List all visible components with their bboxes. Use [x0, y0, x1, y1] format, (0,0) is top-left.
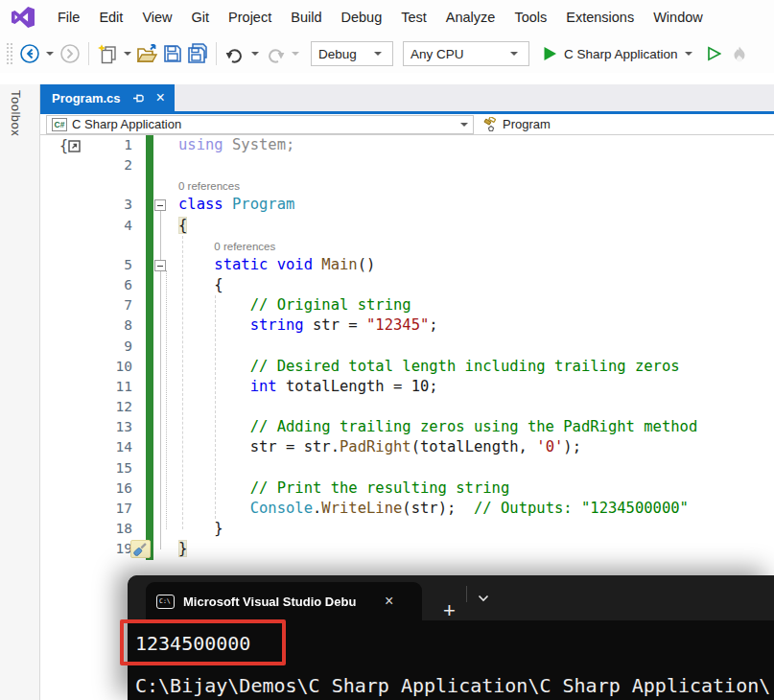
- navigate-forward-button[interactable]: [58, 40, 82, 67]
- code-text: static void Main(): [132, 255, 774, 275]
- menu-file[interactable]: File: [48, 0, 89, 35]
- back-dropdown-caret[interactable]: [46, 52, 54, 56]
- code-text: // Original string: [132, 295, 774, 315]
- line-number: 5: [40, 255, 132, 275]
- start-without-debugging-button[interactable]: [702, 40, 727, 67]
- solution-platform-dropdown[interactable]: Any CPU: [403, 41, 529, 66]
- platform-value: Any CPU: [410, 47, 464, 61]
- codelens-references-link[interactable]: 0 references: [178, 180, 240, 192]
- line-number: 18: [40, 519, 132, 539]
- menu-tools[interactable]: Tools: [504, 0, 556, 35]
- collapse-toggle-class[interactable]: [154, 199, 166, 211]
- line-number: 12: [40, 397, 132, 417]
- indent-guide-method: [215, 295, 216, 519]
- toolbox-tab[interactable]: Toolbox: [9, 90, 23, 136]
- line-number: 14: [40, 437, 132, 457]
- menu-edit[interactable]: Edit: [89, 0, 132, 35]
- codelens: 0 references: [132, 175, 774, 195]
- solution-configuration-dropdown[interactable]: Debug: [311, 41, 393, 66]
- line-number: 8: [40, 315, 132, 336]
- terminal-tab[interactable]: C:\ Microsoft Visual Studio Debu ×: [146, 582, 422, 620]
- line-number: 15: [40, 458, 132, 478]
- line-number: 7: [40, 295, 132, 315]
- undo-dropdown-caret[interactable]: [251, 52, 259, 56]
- line-number: 6: [40, 275, 132, 295]
- command-prompt-icon: C:\: [156, 595, 175, 609]
- close-tab-icon[interactable]: ×: [156, 90, 165, 105]
- navigate-back-button[interactable]: [17, 40, 42, 67]
- codelens-references-link[interactable]: 0 references: [214, 241, 275, 252]
- redo-button[interactable]: [263, 40, 288, 67]
- toolbar-separator: [216, 42, 217, 65]
- line-number: 3: [40, 195, 132, 215]
- save-all-button[interactable]: [185, 40, 210, 67]
- code-text: [132, 337, 774, 357]
- line-number: [40, 236, 132, 255]
- tab-program-cs[interactable]: Program.cs ×: [40, 84, 175, 111]
- code-text: class Program: [132, 195, 774, 215]
- redo-dropdown-caret[interactable]: [292, 52, 299, 56]
- code-text: // Print the resulting string: [132, 478, 774, 499]
- terminal-dropdown-button[interactable]: [478, 595, 489, 602]
- code-text: Console.WriteLine(str); // Outputs: "123…: [132, 499, 774, 519]
- menu-project[interactable]: Project: [219, 0, 281, 35]
- code-text: [132, 397, 774, 417]
- document-tab-title: Program.cs: [52, 91, 121, 105]
- line-number: [40, 175, 132, 195]
- line-number: 16: [40, 478, 132, 499]
- toolbar-grip[interactable]: [6, 42, 13, 65]
- menu-debug[interactable]: Debug: [331, 0, 391, 35]
- code-text: string str = "12345";: [132, 315, 774, 336]
- new-project-button[interactable]: [95, 40, 120, 67]
- menu-build[interactable]: Build: [281, 0, 331, 35]
- autohide-channel: Toolbox: [0, 84, 40, 700]
- class-icon: [483, 117, 499, 132]
- configuration-caret-icon: [374, 52, 382, 56]
- open-file-button[interactable]: [135, 40, 160, 67]
- chevron-down-icon: [478, 595, 489, 602]
- line-number: 4: [40, 216, 132, 236]
- undo-arrow-icon: [224, 43, 246, 64]
- code-text: // Desired total length including traili…: [132, 357, 774, 377]
- code-context-icon[interactable]: {: [59, 137, 81, 154]
- line-number: 10: [40, 357, 132, 377]
- project-dropdown[interactable]: C# C Sharp Application: [46, 115, 474, 134]
- line-number: 1: [40, 135, 132, 155]
- code-text: }: [132, 519, 774, 539]
- new-project-icon: [97, 43, 119, 65]
- redo-arrow-icon: [265, 43, 286, 64]
- line-number: 19: [40, 539, 132, 559]
- undo-button[interactable]: [223, 40, 247, 67]
- quick-actions-button[interactable]: [130, 540, 151, 558]
- start-debugging-button[interactable]: C Sharp Application: [543, 46, 696, 61]
- code-text: int totalLength = 10;: [132, 377, 774, 397]
- terminal-tab-bar: C:\ Microsoft Visual Studio Debu × +: [128, 575, 774, 620]
- terminal-tabbar-divider: [466, 586, 467, 602]
- code-text: {: [132, 275, 774, 295]
- hot-reload-button[interactable]: [727, 40, 752, 67]
- code-text: }: [132, 539, 774, 559]
- screwdriver-icon: [133, 542, 148, 556]
- save-button[interactable]: [160, 40, 185, 67]
- menu-bar: File Edit View Git Project Build Debug T…: [0, 0, 774, 35]
- menu-git[interactable]: Git: [182, 0, 220, 35]
- visual-studio-logo-icon: [12, 6, 35, 29]
- menu-test[interactable]: Test: [391, 0, 436, 35]
- new-terminal-tab-button[interactable]: +: [443, 601, 456, 620]
- back-arrow-icon: [19, 43, 40, 64]
- new-project-dropdown-caret[interactable]: [124, 52, 131, 56]
- menu-window[interactable]: Window: [644, 0, 713, 35]
- play-outline-icon: [707, 46, 721, 61]
- member-dropdown[interactable]: Program: [483, 117, 551, 132]
- menu-analyze[interactable]: Analyze: [436, 0, 505, 35]
- menu-view[interactable]: View: [132, 0, 181, 35]
- terminal-tab-close-icon[interactable]: ×: [385, 594, 393, 609]
- pin-icon[interactable]: [132, 92, 145, 105]
- toolbar-spacer: [0, 73, 774, 84]
- platform-caret-icon: [510, 52, 518, 56]
- collapse-toggle-method[interactable]: [154, 260, 166, 271]
- code-text: [132, 458, 774, 478]
- menu-extensions[interactable]: Extensions: [556, 0, 644, 35]
- configuration-value: Debug: [318, 47, 357, 61]
- line-number: 9: [40, 337, 132, 357]
